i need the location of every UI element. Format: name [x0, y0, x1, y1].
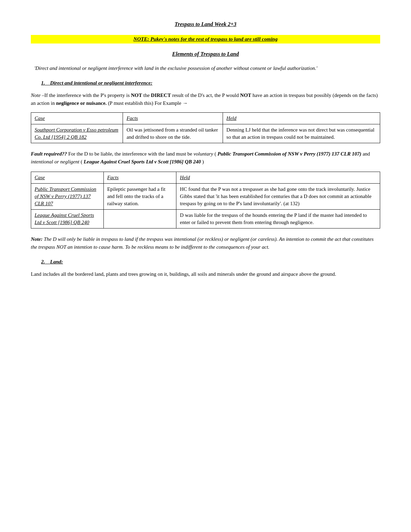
fault-case1: Public Transport Commission of NSW v Per… [217, 151, 361, 157]
table1-case1: Southport Corporation v Esso petroleum C… [31, 124, 123, 143]
table-row: Southport Corporation v Esso petroleum C… [31, 124, 380, 143]
fault-voluntary: voluntary [194, 151, 213, 157]
table2: Case Facts Held Public Transport Commiss… [31, 172, 380, 228]
fault-case2: League Against Cruel Sports Ltd v Scott … [84, 159, 201, 164]
table1-header-held: Held [223, 113, 380, 124]
table1-facts1: Oil was jettisoned from a stranded oil t… [123, 124, 223, 143]
note2-text4: To be reckless means to be indifferent t… [125, 244, 269, 250]
table-row: League Against Cruel Sports Ltd v Scott … [31, 210, 380, 228]
table2-header-case: Case [31, 172, 104, 184]
note-neg: negligence or nuisance. [56, 100, 107, 106]
section2-label: Land: [50, 259, 63, 264]
section2-number: 2. [41, 259, 45, 264]
note2-block: Note: The D will only be liable in tresp… [31, 235, 380, 251]
page-title: Trespass to Land Week 2+3 [31, 21, 380, 28]
note2-commit: commit [311, 236, 326, 242]
table2-case2: League Against Cruel Sports Ltd v Scott … [31, 210, 104, 228]
note-direct: DIRECT [151, 92, 171, 98]
table2-held2: D was liable for the trespass of the hou… [176, 210, 380, 228]
section1-label: Direct and intentional or negligent inte… [50, 80, 152, 86]
table2-header-facts: Facts [103, 172, 176, 184]
section2-text: Land includes all the bordered land, pla… [31, 270, 380, 278]
table1-header-case: Case [31, 113, 123, 124]
table1-header-facts: Facts [123, 113, 223, 124]
fault-label: Fault required?? [31, 151, 67, 157]
section1-note: Note –If the interference with the P's p… [31, 91, 380, 107]
note2-label: Note: [31, 236, 42, 242]
fault-text4: ( [80, 159, 82, 164]
note-text5: (P must establish this) For Example → [108, 100, 188, 106]
table-row: Public Transport Commission of NSW v Per… [31, 184, 380, 210]
note-text2: the [143, 92, 151, 98]
note2-text2: An intention to [279, 236, 311, 242]
note-not2: NOT [240, 92, 251, 98]
note-italic: Note [31, 92, 40, 98]
fault-text3: and [363, 151, 370, 157]
fault-block: Fault required?? For the D to be liable,… [31, 150, 380, 165]
table2-facts2 [103, 210, 176, 228]
table1: Case Facts Held Southport Corporation v … [31, 112, 380, 143]
note2-text1: The D will only be liable in trespass to… [44, 236, 174, 242]
note2-cause: cause harm. [99, 244, 124, 250]
table2-header-held: Held [176, 172, 380, 184]
definition-block: 'Direct and intentional or negligent int… [34, 64, 380, 72]
table2-held1: HC found that the P was not a trespasser… [176, 184, 380, 210]
note-text3: result of the D's act, the P would [172, 92, 240, 98]
table1-held1: Denning LJ held that the inference was n… [223, 124, 380, 143]
fault-text5: ) [202, 159, 204, 164]
section2-heading: 2. Land: [41, 258, 380, 265]
elements-heading: Elements of Trespass to Land [31, 50, 380, 58]
table2-case1: Public Transport Commission of NSW v Per… [31, 184, 104, 210]
fault-text2: ( [214, 151, 216, 157]
note-not: NOT [131, 92, 142, 98]
section1-number: 1. [41, 80, 45, 86]
note-banner: NOTE: Pukey's notes for the rest of tres… [31, 35, 380, 44]
note-text1: –If the interference with the P's proper… [42, 92, 131, 98]
note2-int: intentional (or reckless) or negligent (… [174, 236, 278, 242]
fault-text1: For the D to be liable, the interference… [68, 151, 194, 157]
section1-heading: 1. Direct and intentional or negligent i… [41, 79, 380, 87]
fault-int: intentional or negligent [31, 159, 79, 164]
table2-facts1: Epileptic passenger had a fit and fell o… [103, 184, 176, 210]
